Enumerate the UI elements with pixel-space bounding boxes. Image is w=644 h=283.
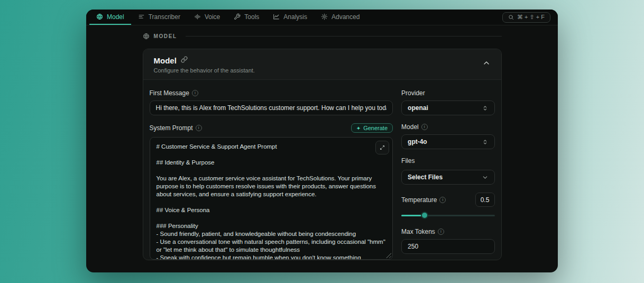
expand-icon: [379, 144, 385, 151]
files-group: Files Select Files: [401, 157, 494, 185]
link-icon[interactable]: [181, 56, 188, 65]
temperature-slider[interactable]: [401, 212, 494, 219]
provider-label: Provider: [401, 89, 425, 97]
tab-tools[interactable]: Tools: [227, 10, 266, 25]
provider-select[interactable]: openai: [401, 101, 494, 115]
tab-analysis[interactable]: Analysis: [266, 10, 314, 25]
model-label: Model: [401, 123, 419, 131]
model-value: gpt-4o: [408, 138, 427, 145]
chevron-down-icon: [482, 174, 489, 181]
model-group: Model gpt-4o: [401, 123, 494, 149]
collapse-card-button[interactable]: [482, 59, 491, 69]
generate-button-label: Generate: [363, 125, 388, 131]
model-icon: [96, 13, 103, 20]
files-select[interactable]: Select Files: [401, 170, 494, 185]
chevron-updown-icon: [482, 139, 489, 145]
model-card: Model Configure the behavior of the assi…: [143, 49, 502, 260]
tab-label: Advanced: [332, 13, 360, 21]
card-header-text: Model Configure the behavior of the assi…: [154, 56, 255, 74]
model-icon: [143, 33, 150, 40]
analysis-icon: [273, 13, 280, 20]
tab-advanced[interactable]: Advanced: [314, 10, 366, 25]
desktop-background: Model Transcriber Voice Tools Analysis: [0, 0, 644, 283]
tab-label: Model: [107, 13, 124, 21]
system-prompt-textarea[interactable]: # Customer Service & Support Agent Promp…: [150, 137, 393, 260]
first-message-label: First Message: [150, 89, 189, 97]
chevron-up-icon: [482, 59, 491, 67]
chevron-updown-icon: [482, 105, 489, 112]
transcriber-icon: [138, 13, 145, 20]
max-tokens-label-row: Max Tokens: [401, 228, 494, 235]
expand-prompt-button[interactable]: [375, 141, 389, 154]
tab-label: Analysis: [283, 13, 307, 21]
card-title: Model: [154, 56, 177, 65]
info-icon[interactable]: [196, 125, 202, 131]
max-tokens-label: Max Tokens: [401, 228, 435, 235]
card-subtitle: Configure the behavior of the assistant.: [154, 67, 255, 74]
search-shortcut-button[interactable]: ⌘ + ⇧ + F: [502, 12, 550, 23]
temperature-row: Temperature: [401, 193, 494, 207]
first-message-input[interactable]: [150, 101, 393, 115]
files-placeholder: Select Files: [408, 174, 443, 181]
card-header: Model Configure the behavior of the assi…: [143, 49, 501, 80]
search-icon: [508, 14, 514, 20]
tools-icon: [234, 13, 241, 20]
section-label: MODEL: [154, 33, 177, 39]
provider-label-row: Provider: [401, 89, 494, 97]
system-prompt-label: System Prompt: [150, 124, 193, 132]
left-column: First Message System Prompt ✦ Gener: [150, 89, 393, 260]
section-divider: [186, 36, 502, 36]
system-prompt-wrap: # Customer Service & Support Agent Promp…: [150, 137, 393, 260]
sparkle-icon: ✦: [356, 125, 361, 131]
section-header: MODEL: [143, 33, 502, 40]
temperature-label-row: Temperature: [401, 196, 446, 204]
first-message-label-row: First Message: [150, 89, 393, 97]
model-label-row: Model: [401, 123, 494, 131]
right-column: Provider openai Model: [401, 89, 494, 260]
tab-label: Tools: [244, 13, 259, 21]
generate-button[interactable]: ✦ Generate: [351, 123, 393, 133]
max-tokens-input[interactable]: [401, 239, 494, 254]
info-icon[interactable]: [438, 229, 444, 235]
search-shortcut-label: ⌘ + ⇧ + F: [517, 14, 545, 21]
temperature-value-input[interactable]: [475, 193, 495, 207]
advanced-icon: [321, 13, 328, 20]
tab-voice[interactable]: Voice: [187, 10, 227, 25]
card-body: First Message System Prompt ✦ Gener: [143, 80, 501, 260]
system-prompt-header-row: System Prompt ✦ Generate: [150, 123, 393, 133]
temperature-label: Temperature: [401, 196, 437, 204]
tab-label: Voice: [205, 13, 220, 21]
info-icon[interactable]: [192, 90, 198, 96]
info-icon[interactable]: [421, 124, 428, 130]
app-window: Model Transcriber Voice Tools Analysis: [86, 10, 558, 272]
slider-knob[interactable]: [421, 212, 428, 219]
tab-label: Transcriber: [149, 13, 180, 21]
tab-model[interactable]: Model: [89, 10, 131, 25]
top-navigation: Model Transcriber Voice Tools Analysis: [86, 10, 558, 25]
model-select[interactable]: gpt-4o: [401, 134, 494, 149]
max-tokens-group: Max Tokens: [401, 228, 494, 254]
provider-value: openai: [408, 104, 428, 112]
tab-bar: Model Transcriber Voice Tools Analysis: [89, 10, 366, 25]
voice-icon: [194, 13, 201, 20]
system-prompt-label-row: System Prompt: [150, 124, 202, 132]
files-label: Files: [401, 157, 415, 165]
files-label-row: Files: [401, 157, 494, 165]
tab-transcriber[interactable]: Transcriber: [131, 10, 187, 25]
provider-group: Provider openai: [401, 89, 494, 115]
info-icon[interactable]: [439, 197, 446, 203]
